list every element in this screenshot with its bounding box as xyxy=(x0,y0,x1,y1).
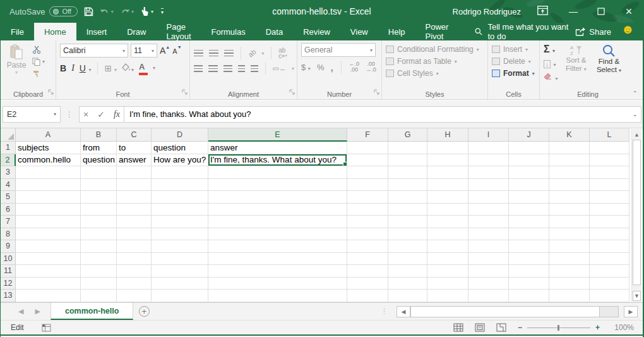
column-header-D[interactable]: D xyxy=(152,128,208,142)
feedback-smiley-icon[interactable]: ☻ xyxy=(621,23,634,35)
formula-input[interactable] xyxy=(124,106,641,123)
autosave-toggle[interactable]: AutoSave Off xyxy=(9,6,78,16)
cell-F12[interactable] xyxy=(347,278,388,290)
align-top-button[interactable] xyxy=(194,50,203,57)
cell-B4[interactable] xyxy=(81,179,117,192)
cell-E12[interactable] xyxy=(208,278,347,290)
zoom-slider[interactable] xyxy=(527,328,590,328)
cell-L13[interactable] xyxy=(590,290,629,302)
cell-H12[interactable] xyxy=(427,278,468,290)
cell-L10[interactable] xyxy=(590,253,629,266)
cell-H7[interactable] xyxy=(427,216,468,228)
minimize-button[interactable]: — xyxy=(559,0,587,23)
cell-I11[interactable] xyxy=(468,265,509,278)
cell-B13[interactable] xyxy=(81,290,117,302)
row-header-1[interactable]: 1 xyxy=(1,142,16,154)
cell-K1[interactable] xyxy=(549,142,590,154)
cell-A1[interactable]: subjects xyxy=(16,142,81,154)
scroll-down-arrow[interactable]: ▼ xyxy=(633,291,641,301)
cell-J12[interactable] xyxy=(509,278,549,290)
cell-G8[interactable] xyxy=(388,228,427,241)
cell-D5[interactable] xyxy=(152,191,208,204)
cell-K11[interactable] xyxy=(549,265,590,278)
cell-B8[interactable] xyxy=(81,228,117,241)
horizontal-scroll-track[interactable] xyxy=(410,306,619,317)
scroll-left-arrow[interactable]: ◀ xyxy=(397,306,410,317)
percent-format-button[interactable]: % xyxy=(317,63,325,72)
cell-I13[interactable] xyxy=(468,290,509,302)
cell-H3[interactable] xyxy=(427,166,468,179)
user-name[interactable]: Rodrigo Rodriguez xyxy=(453,7,521,16)
font-size-combo[interactable]: 11▾ xyxy=(131,44,157,58)
decrease-font-size-button[interactable]: A▼ xyxy=(172,45,181,56)
cell-K12[interactable] xyxy=(549,278,590,290)
cell-L11[interactable] xyxy=(590,265,629,278)
cell-E11[interactable] xyxy=(208,265,347,278)
cell-L3[interactable] xyxy=(590,166,629,179)
number-format-combo[interactable]: General▾ xyxy=(301,43,376,57)
sheet-tab[interactable]: common-hello xyxy=(51,303,133,320)
cell-C7[interactable] xyxy=(117,216,152,228)
name-box[interactable]: E2 ▾ xyxy=(3,106,61,123)
autosum-button[interactable]: Σ ▾ xyxy=(544,44,558,55)
cell-I3[interactable] xyxy=(468,166,509,179)
cell-D9[interactable] xyxy=(152,240,208,253)
close-button[interactable]: × xyxy=(615,0,643,23)
cell-D10[interactable] xyxy=(152,253,208,266)
row-header-4[interactable]: 4 xyxy=(1,179,16,192)
cell-G11[interactable] xyxy=(388,265,427,278)
wrap-text-button[interactable]: abc↩ xyxy=(278,47,287,59)
column-header-H[interactable]: H xyxy=(427,128,468,142)
cell-G12[interactable] xyxy=(388,278,427,290)
cell-B2[interactable]: question xyxy=(81,154,117,167)
paste-dropdown-icon[interactable]: ▾ xyxy=(15,70,18,75)
cell-C4[interactable] xyxy=(117,179,152,192)
column-header-A[interactable]: A xyxy=(16,128,81,142)
conditional-formatting-button[interactable]: Conditional Formatting▾ xyxy=(386,45,485,54)
decrease-indent-button[interactable] xyxy=(238,65,245,72)
cell-E6[interactable] xyxy=(208,204,347,216)
cell-K5[interactable] xyxy=(549,191,590,204)
row-header-8[interactable]: 8 xyxy=(1,228,16,241)
align-right-button[interactable] xyxy=(224,65,232,72)
cell-J9[interactable] xyxy=(509,240,549,253)
tab-home[interactable]: Home xyxy=(34,23,76,40)
zoom-out-button[interactable]: − xyxy=(518,323,522,332)
horizontal-scrollbar[interactable]: ◀ ▶ xyxy=(397,303,638,320)
comma-format-button[interactable]: , xyxy=(330,62,333,73)
cell-B10[interactable] xyxy=(81,253,117,266)
cell-B9[interactable] xyxy=(81,240,117,253)
cell-J8[interactable] xyxy=(509,228,549,241)
tab-data[interactable]: Data xyxy=(256,23,293,40)
column-header-K[interactable]: K xyxy=(549,128,590,142)
redo-dropdown-icon[interactable]: ▾ xyxy=(131,9,134,15)
cell-E8[interactable] xyxy=(208,228,347,241)
row-header-3[interactable]: 3 xyxy=(1,166,16,179)
cell-J1[interactable] xyxy=(509,142,549,154)
cell-K9[interactable] xyxy=(549,240,590,253)
bold-button[interactable]: B xyxy=(60,63,66,73)
cell-B1[interactable]: from xyxy=(81,142,117,154)
cell-G9[interactable] xyxy=(388,240,427,253)
cell-E10[interactable] xyxy=(208,253,347,266)
cell-L6[interactable] xyxy=(590,204,629,216)
decrease-decimal-button[interactable]: .00→.0 xyxy=(366,61,376,73)
cell-A7[interactable] xyxy=(16,216,81,228)
cell-D1[interactable]: question xyxy=(152,142,208,154)
cell-E13[interactable] xyxy=(208,290,347,302)
cell-D8[interactable] xyxy=(152,228,208,241)
cell-E4[interactable] xyxy=(208,179,347,192)
cell-K13[interactable] xyxy=(549,290,590,302)
cell-H11[interactable] xyxy=(427,265,468,278)
cell-C3[interactable] xyxy=(117,166,152,179)
touch-mouse-mode-button[interactable]: ▾ xyxy=(140,6,153,16)
cell-I1[interactable] xyxy=(468,142,509,154)
share-button[interactable]: Share xyxy=(575,23,611,40)
cell-D11[interactable] xyxy=(152,265,208,278)
cell-F3[interactable] xyxy=(347,166,388,179)
macro-record-button[interactable] xyxy=(42,324,51,332)
undo-button[interactable]: ▾ xyxy=(100,7,114,16)
cell-H4[interactable] xyxy=(427,179,468,192)
ribbon-display-options-button[interactable] xyxy=(537,6,548,18)
borders-button[interactable]: ⊞ ▾ xyxy=(104,63,117,73)
